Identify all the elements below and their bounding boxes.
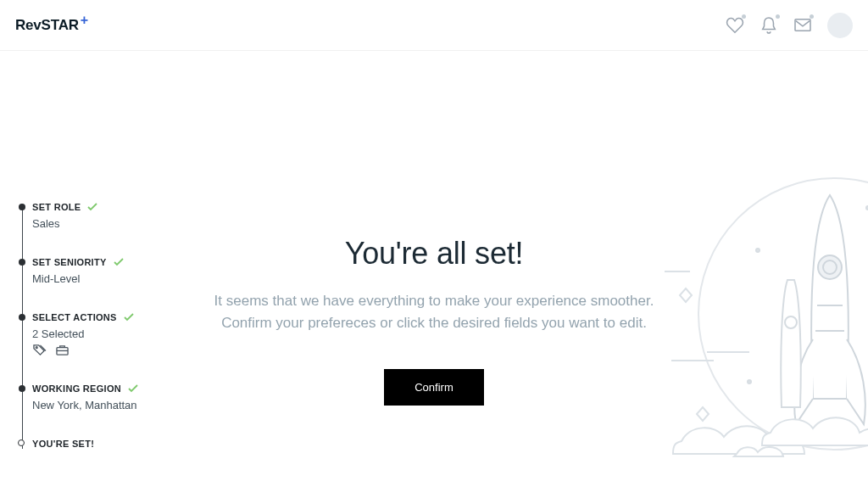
step-title: SET ROLE bbox=[32, 202, 205, 212]
step-value: 2 Selected bbox=[32, 327, 205, 340]
bell-icon[interactable] bbox=[760, 16, 778, 35]
step-youre-set[interactable]: YOU'RE SET! bbox=[19, 439, 205, 449]
step-dot bbox=[19, 259, 25, 266]
header-icons bbox=[726, 13, 853, 38]
heart-dot bbox=[742, 14, 746, 19]
step-title: WORKING REGION bbox=[32, 383, 205, 394]
heart-icon[interactable] bbox=[726, 16, 744, 35]
logo-text: RevSTAR bbox=[15, 17, 79, 34]
step-select-actions[interactable]: SELECT ACTIONS 2 Selected bbox=[19, 312, 205, 356]
logo-plus-icon: + bbox=[81, 13, 88, 28]
step-title-text: SELECT ACTIONS bbox=[32, 312, 117, 322]
step-dot bbox=[18, 439, 25, 446]
step-title-text: SET SENIORITY bbox=[32, 257, 107, 267]
logo[interactable]: RevSTAR + bbox=[15, 17, 88, 34]
svg-rect-0 bbox=[795, 19, 810, 31]
description-line-2: Confirm your prefereces or click the des… bbox=[221, 315, 647, 331]
bell-dot bbox=[776, 14, 780, 19]
step-title-text: YOU'RE SET! bbox=[32, 439, 94, 449]
step-title: YOU'RE SET! bbox=[32, 439, 205, 449]
step-dot bbox=[19, 204, 25, 210]
svg-point-1 bbox=[36, 347, 37, 349]
action-icons bbox=[32, 344, 205, 356]
step-dot bbox=[19, 314, 25, 321]
tag-icon bbox=[32, 344, 47, 356]
confirm-button[interactable]: Confirm bbox=[384, 369, 484, 406]
step-title: SET SENIORITY bbox=[32, 257, 205, 267]
header: RevSTAR + bbox=[0, 0, 868, 51]
step-value: Mid-Level bbox=[32, 272, 205, 285]
avatar[interactable] bbox=[827, 13, 853, 38]
onboarding-timeline: SET ROLE Sales SET SENIORITY Mid-Level S… bbox=[19, 202, 205, 449]
check-icon bbox=[128, 384, 138, 393]
step-dot bbox=[19, 385, 25, 392]
step-value: Sales bbox=[32, 217, 205, 230]
step-working-region[interactable]: WORKING REGION New York, Manhattan bbox=[19, 383, 205, 411]
check-icon bbox=[124, 313, 134, 322]
mail-icon[interactable] bbox=[793, 16, 812, 35]
description-line-1: It seems that we have everything to make… bbox=[214, 293, 654, 309]
step-title-text: SET ROLE bbox=[32, 202, 81, 212]
briefcase-icon bbox=[55, 344, 70, 356]
step-title: SELECT ACTIONS bbox=[32, 312, 205, 322]
page-body: SET ROLE Sales SET SENIORITY Mid-Level S… bbox=[0, 51, 868, 498]
step-value: New York, Manhattan bbox=[32, 399, 205, 411]
check-icon bbox=[87, 203, 97, 211]
check-icon bbox=[114, 258, 124, 266]
mail-dot bbox=[810, 14, 814, 19]
step-set-seniority[interactable]: SET SENIORITY Mid-Level bbox=[19, 257, 205, 285]
step-set-role[interactable]: SET ROLE Sales bbox=[19, 202, 205, 230]
step-title-text: WORKING REGION bbox=[32, 383, 121, 394]
